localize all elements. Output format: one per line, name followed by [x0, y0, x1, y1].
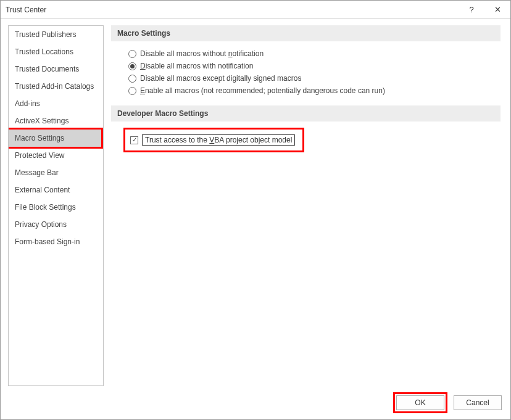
radio-icon	[128, 62, 136, 70]
radio-disable-with-notify[interactable]: Disable all macros with notification	[128, 60, 501, 72]
radio-icon	[128, 87, 136, 95]
sidebar-item-privacy-options[interactable]: Privacy Options	[9, 216, 103, 233]
sidebar-item-addins[interactable]: Add-ins	[9, 95, 103, 112]
sidebar-item-message-bar[interactable]: Message Bar	[9, 164, 103, 181]
checkbox-trust-vba-label-focus[interactable]: Trust access to the VBA project object m…	[142, 134, 295, 146]
cancel-button[interactable]: Cancel	[454, 395, 502, 410]
developer-macro-settings-header: Developer Macro Settings	[111, 105, 501, 121]
dialog-footer: OK Cancel	[1, 386, 510, 419]
trust-vba-highlight: Trust access to the VBA project object m…	[123, 128, 304, 152]
ok-button[interactable]: OK	[396, 395, 444, 410]
radio-label: Disable all macros with notification	[140, 62, 253, 70]
radio-icon	[128, 75, 136, 83]
macro-settings-radio-group: Disable all macros without notification …	[111, 47, 501, 97]
window-title: Trust Center	[6, 6, 459, 14]
sidebar-item-trusted-documents[interactable]: Trusted Documents	[9, 60, 103, 78]
checkbox-trust-vba[interactable]	[130, 136, 138, 144]
content-pane: Macro Settings Disable all macros withou…	[111, 25, 503, 386]
radio-enable-all[interactable]: Enable all macros (not recommended; pote…	[128, 84, 501, 97]
titlebar: Trust Center ? ✕	[1, 1, 510, 19]
sidebar: Trusted Publishers Trusted Locations Tru…	[8, 25, 104, 386]
sidebar-item-trusted-locations[interactable]: Trusted Locations	[9, 43, 103, 60]
trust-center-dialog: Trust Center ? ✕ Trusted Publishers Trus…	[0, 0, 511, 420]
sidebar-item-file-block-settings[interactable]: File Block Settings	[9, 199, 103, 216]
sidebar-item-trusted-addin-catalogs[interactable]: Trusted Add-in Catalogs	[9, 78, 103, 95]
radio-disable-except-signed[interactable]: Disable all macros except digitally sign…	[128, 72, 501, 84]
close-icon: ✕	[494, 5, 501, 14]
radio-dot-icon	[130, 64, 135, 68]
help-icon: ?	[469, 5, 473, 14]
sidebar-item-trusted-publishers[interactable]: Trusted Publishers	[9, 26, 103, 43]
sidebar-item-form-based-signin[interactable]: Form-based Sign-in	[9, 233, 103, 250]
radio-icon	[128, 50, 136, 58]
radio-label: Enable all macros (not recommended; pote…	[140, 86, 385, 95]
sidebar-item-protected-view[interactable]: Protected View	[9, 147, 103, 164]
ok-highlight: OK	[393, 392, 447, 413]
radio-label: Disable all macros without notification	[140, 49, 264, 58]
close-button[interactable]: ✕	[484, 1, 510, 19]
macro-settings-header: Macro Settings	[111, 25, 501, 41]
sidebar-item-macro-settings[interactable]: Macro Settings	[9, 130, 103, 147]
radio-label: Disable all macros except digitally sign…	[140, 74, 301, 83]
dialog-body: Trusted Publishers Trusted Locations Tru…	[1, 19, 510, 386]
sidebar-item-external-content[interactable]: External Content	[9, 181, 103, 199]
radio-disable-no-notify[interactable]: Disable all macros without notification	[128, 47, 501, 60]
sidebar-item-activex-settings[interactable]: ActiveX Settings	[9, 112, 103, 130]
help-button[interactable]: ?	[459, 1, 484, 19]
